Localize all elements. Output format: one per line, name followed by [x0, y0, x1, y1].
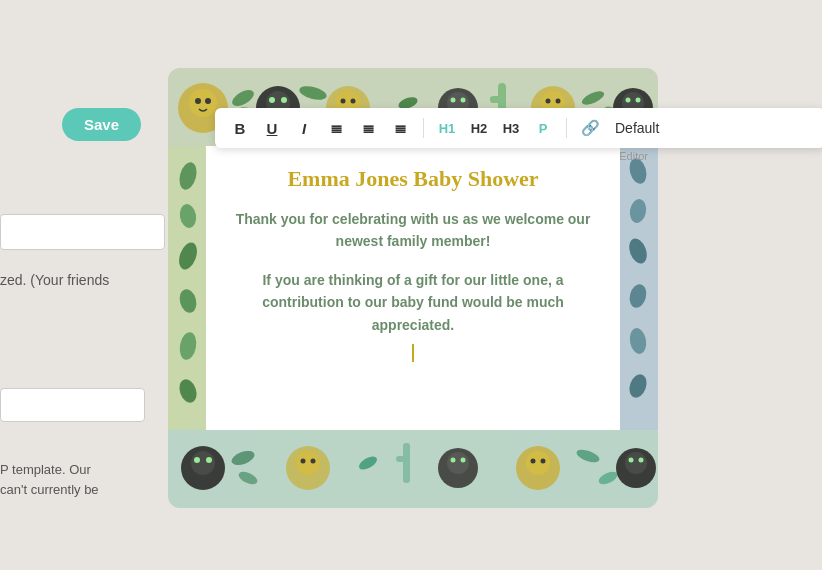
svg-point-43: [311, 459, 316, 464]
align-left-button[interactable]: ≣: [321, 113, 351, 143]
svg-point-7: [269, 97, 275, 103]
svg-point-32: [636, 98, 641, 103]
svg-rect-45: [403, 443, 410, 483]
svg-point-41: [296, 451, 320, 475]
svg-point-31: [626, 98, 631, 103]
font-family-label: Default: [615, 120, 659, 136]
align-right-button[interactable]: ≣: [385, 113, 415, 143]
svg-point-53: [531, 459, 536, 464]
card-subtitle: Thank you for celebrating with us as we …: [222, 208, 604, 253]
svg-rect-22: [490, 96, 506, 103]
toolbar-divider-1: [423, 118, 424, 138]
svg-point-13: [341, 99, 346, 104]
card-body: If you are thinking of a gift for our li…: [222, 269, 604, 336]
svg-point-3: [195, 98, 201, 104]
editor-label: Editor: [619, 150, 648, 162]
search-input[interactable]: [0, 214, 165, 250]
svg-point-19: [451, 98, 456, 103]
editor-toolbar: B U I ≣ ≣ ≣ H1 H2 H3 P 🔗 Default: [215, 108, 822, 148]
svg-point-14: [351, 99, 356, 104]
bold-button[interactable]: B: [225, 113, 255, 143]
svg-point-50: [461, 458, 466, 463]
card-inner: Emma Jones Baby Shower Thank you for cel…: [206, 146, 620, 430]
align-center-button[interactable]: ≣: [353, 113, 383, 143]
svg-rect-33: [168, 428, 658, 508]
right-pattern: [618, 146, 658, 430]
save-button[interactable]: Save: [62, 108, 141, 141]
text-cursor: [412, 344, 414, 362]
svg-point-2: [189, 89, 217, 117]
svg-point-58: [625, 452, 647, 474]
svg-point-35: [191, 451, 215, 475]
sidebar-text-friends: zed. (Your friends: [0, 272, 109, 288]
svg-point-59: [629, 458, 634, 463]
sidebar-text-template: P template. Our can't currently be: [0, 460, 99, 499]
svg-point-49: [451, 458, 456, 463]
left-pattern: [168, 146, 208, 430]
svg-point-48: [447, 452, 469, 474]
bottom-pattern: [168, 428, 658, 508]
svg-rect-46: [396, 456, 410, 462]
svg-point-54: [541, 459, 546, 464]
card-title: Emma Jones Baby Shower: [287, 166, 538, 192]
svg-point-4: [205, 98, 211, 104]
svg-point-52: [526, 451, 550, 475]
svg-point-37: [206, 457, 212, 463]
svg-point-42: [301, 459, 306, 464]
toolbar-divider-2: [566, 118, 567, 138]
h2-button[interactable]: H2: [464, 113, 494, 143]
svg-point-36: [194, 457, 200, 463]
link-button[interactable]: 🔗: [575, 113, 605, 143]
svg-point-25: [546, 99, 551, 104]
svg-point-60: [639, 458, 644, 463]
svg-point-8: [281, 97, 287, 103]
svg-point-26: [556, 99, 561, 104]
h3-button[interactable]: H3: [496, 113, 526, 143]
italic-button[interactable]: I: [289, 113, 319, 143]
template-dropdown[interactable]: [0, 388, 145, 422]
svg-point-20: [461, 98, 466, 103]
underline-button[interactable]: U: [257, 113, 287, 143]
h1-button[interactable]: H1: [432, 113, 462, 143]
paragraph-button[interactable]: P: [528, 113, 558, 143]
